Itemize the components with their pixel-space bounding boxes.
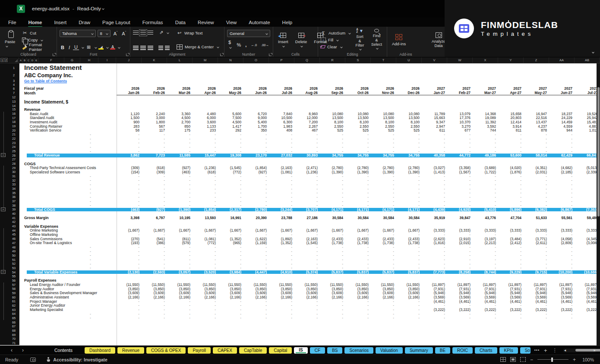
cell[interactable]: (2,433) <box>320 237 346 241</box>
cell[interactable]: (11,550) <box>218 282 244 287</box>
cell[interactable]: - <box>549 174 575 179</box>
horizontal-scrollbar[interactable]: ◂ ▸ <box>563 348 597 352</box>
cell[interactable]: 14,368 <box>473 112 499 116</box>
row-number[interactable]: 17 <box>9 116 19 120</box>
cell[interactable]: - <box>269 149 295 154</box>
cell[interactable]: 4,500 <box>218 120 244 124</box>
cell[interactable]: - <box>193 232 218 237</box>
autosum-button[interactable]: ΣAutoSum <box>321 30 351 36</box>
cell[interactable]: (4,351) <box>524 166 549 170</box>
cell[interactable]: 525 <box>320 128 346 132</box>
cell[interactable]: - <box>549 141 575 145</box>
column-header-P[interactable]: P <box>269 57 294 63</box>
cell[interactable]: - <box>117 299 142 304</box>
cell[interactable]: - <box>371 203 397 207</box>
cell[interactable]: - <box>473 199 499 204</box>
cell[interactable]: - <box>269 141 295 145</box>
cell[interactable]: - <box>549 257 575 262</box>
cell[interactable]: (1,722) <box>473 170 499 174</box>
cell[interactable]: (4,461) <box>473 299 499 304</box>
cell[interactable]: - <box>320 266 346 270</box>
cell[interactable]: (4,461) <box>422 299 448 304</box>
outline-level-1[interactable]: 1 <box>0 58 4 62</box>
cell[interactable]: - <box>193 245 218 249</box>
cell[interactable]: (3,333) <box>524 228 549 232</box>
row-number[interactable]: 48 <box>9 245 19 249</box>
cell[interactable]: - <box>524 249 549 254</box>
row-number[interactable]: 49 <box>9 249 19 254</box>
cell[interactable]: - <box>295 257 320 262</box>
cell[interactable]: 30,893 <box>295 153 320 157</box>
cell[interactable]: - <box>295 182 320 187</box>
cell[interactable]: - <box>549 187 575 191</box>
row-number[interactable]: 26 <box>9 153 19 157</box>
cell[interactable]: - <box>422 141 448 145</box>
cell[interactable]: - <box>167 174 193 179</box>
row-label-cell[interactable]: - <box>19 141 117 145</box>
cell[interactable]: (1,854) <box>193 207 218 212</box>
cell[interactable]: - <box>499 266 524 270</box>
cell[interactable]: - <box>448 304 473 308</box>
cell[interactable]: - <box>193 187 218 191</box>
cell[interactable]: 30,584 <box>320 216 346 220</box>
cell[interactable]: 4,559 <box>549 124 575 129</box>
cell[interactable]: - <box>371 308 397 312</box>
row-number[interactable]: 50 <box>9 254 19 258</box>
row-number[interactable]: 53 <box>9 266 19 270</box>
grow-font-button[interactable]: Aˆ <box>112 31 119 36</box>
cell[interactable]: - <box>448 191 473 195</box>
row-number[interactable]: 70 <box>9 337 19 341</box>
row-label-cell[interactable]: - <box>19 182 117 187</box>
clipboard-dialog-launcher[interactable] <box>53 53 55 56</box>
cell[interactable]: (1,390) <box>167 207 193 212</box>
cell[interactable]: 3,914 <box>499 124 524 129</box>
cell[interactable]: (4,439) <box>422 207 448 212</box>
cell[interactable]: - <box>346 254 371 258</box>
cell[interactable]: - <box>371 141 397 145</box>
cell[interactable]: - <box>244 174 269 179</box>
row-number[interactable]: 32 <box>9 178 19 182</box>
cell[interactable]: - <box>397 245 422 249</box>
row-number[interactable]: 65 <box>9 316 19 320</box>
cell[interactable]: - <box>499 304 524 308</box>
cell[interactable]: - <box>117 141 142 145</box>
sheet-tab-roic[interactable]: ROIC <box>452 347 473 354</box>
cell[interactable]: (463) <box>117 207 142 212</box>
cell[interactable]: 11,789 <box>422 112 448 116</box>
cell[interactable]: 408 <box>269 128 295 132</box>
collapse-group-button[interactable]: − <box>1 153 6 157</box>
row-number[interactable]: 31 <box>9 174 19 179</box>
cell[interactable]: (1,667) <box>193 228 218 232</box>
cell[interactable]: (1,390) <box>371 170 397 174</box>
cell[interactable]: 10,080 <box>346 112 371 116</box>
cell[interactable]: - <box>269 232 295 237</box>
cell[interactable]: - <box>549 312 575 316</box>
cell[interactable]: - <box>142 257 167 262</box>
cell[interactable]: (1,667) <box>218 228 244 232</box>
cell[interactable]: 20,803 <box>499 116 524 120</box>
cell[interactable]: (2,780) <box>244 207 269 212</box>
cell[interactable]: 18,237 <box>549 112 575 116</box>
cell[interactable]: - <box>295 266 320 270</box>
cell[interactable]: (3,222) <box>499 308 524 312</box>
cell[interactable]: - <box>167 149 193 154</box>
cell[interactable]: 34,755 <box>346 153 371 157</box>
cell[interactable]: (2,185) <box>549 170 575 174</box>
cell[interactable]: - <box>371 132 397 137</box>
cell[interactable]: - <box>167 304 193 308</box>
cell[interactable]: 22,516 <box>524 116 549 120</box>
row-label-cell[interactable]: Gross Margin <box>19 216 117 220</box>
cell[interactable]: - <box>295 245 320 249</box>
cell[interactable]: - <box>473 312 499 316</box>
cell[interactable]: - <box>448 316 473 320</box>
cell[interactable]: (2,166) <box>371 295 397 299</box>
cell[interactable]: 4,500 <box>167 116 193 120</box>
row-number[interactable]: 1 <box>9 63 19 72</box>
cell[interactable]: - <box>167 145 193 149</box>
sheet-tab-kpis[interactable]: KPIs <box>499 347 518 354</box>
menu-tab-insert[interactable]: Insert <box>54 19 67 26</box>
insert-cells-button[interactable]: ◀ Insert <box>276 29 291 51</box>
cell[interactable]: - <box>473 195 499 199</box>
cell[interactable]: - <box>218 195 244 199</box>
column-header-O[interactable]: O <box>243 57 269 63</box>
